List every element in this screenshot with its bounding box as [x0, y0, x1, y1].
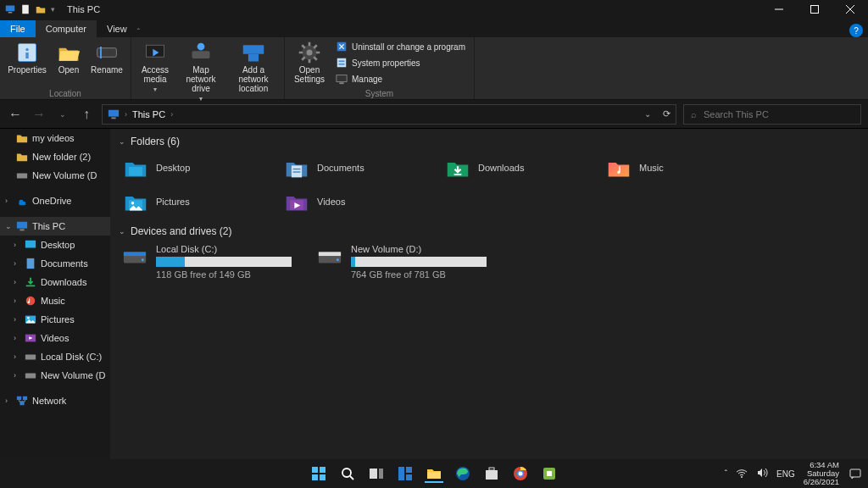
taskbar-explorer-button[interactable]	[425, 464, 443, 483]
add-network-location-button[interactable]: Add a network location	[228, 39, 279, 93]
section-header-drives[interactable]: ⌄Devices and drives (2)	[110, 219, 868, 241]
svg-point-50	[142, 258, 144, 261]
address-bar[interactable]: › This PC › ⌄ ⟳	[102, 104, 676, 125]
svg-rect-40	[129, 167, 142, 176]
quick-access-toolbar: ▾	[0, 4, 60, 14]
svg-rect-26	[17, 222, 27, 229]
tray-language[interactable]: ENG	[776, 469, 795, 479]
svg-rect-0	[6, 6, 15, 12]
svg-rect-66	[406, 467, 412, 473]
tree-item-new-folder[interactable]: New folder (2)	[0, 147, 110, 166]
taskbar-store-button[interactable]	[482, 464, 501, 483]
taskbar: ˆ ENG 6:34 AM Saturday 6/26/2021	[0, 459, 868, 488]
open-settings-button[interactable]: Open Settings	[290, 39, 329, 84]
nav-back-button[interactable]: ←	[7, 106, 24, 123]
nav-up-button[interactable]: ↑	[78, 106, 95, 123]
nav-forward-button[interactable]: →	[31, 106, 47, 123]
tree-item-videos[interactable]: ›Videos	[0, 329, 110, 347]
address-dropdown-icon[interactable]: ⌄	[644, 109, 651, 119]
drive-usage-bar	[351, 257, 487, 267]
open-button[interactable]: Open	[53, 39, 85, 75]
svg-rect-64	[379, 469, 383, 479]
pc-icon	[108, 108, 120, 120]
taskbar-chrome-button[interactable]	[511, 464, 530, 483]
tree-item-network[interactable]: ›Network	[0, 391, 110, 410]
tree-item-music[interactable]: ›Music	[0, 291, 110, 310]
window-maximize-button[interactable]	[797, 0, 832, 19]
tray-overflow-icon[interactable]: ˆ	[725, 469, 727, 479]
map-drive-button[interactable]: Map network drive▾	[177, 39, 225, 103]
svg-point-31	[26, 297, 36, 306]
drive-item-c[interactable]: Local Disk (C:) 118 GB free of 149 GB	[122, 244, 292, 280]
tree-item-downloads[interactable]: ›Downloads	[0, 273, 110, 291]
nav-history-button[interactable]: ⌄	[54, 106, 71, 123]
taskbar-taskview-button[interactable]	[367, 464, 386, 483]
svg-rect-70	[486, 470, 498, 480]
drive-free-text: 118 GB free of 149 GB	[156, 269, 292, 280]
section-header-folders[interactable]: ⌄Folders (6)	[110, 129, 868, 151]
search-icon: ⌕	[691, 109, 697, 119]
drive-icon	[317, 244, 342, 269]
tray-volume-icon[interactable]	[756, 467, 768, 480]
drive-item-d[interactable]: New Volume (D:) 764 GB free of 781 GB	[317, 244, 487, 280]
tray-wifi-icon[interactable]	[736, 467, 748, 480]
taskbar-clock[interactable]: 6:34 AM Saturday 6/26/2021	[804, 461, 839, 486]
tree-item-new-volume-top[interactable]: New Volume (D	[0, 166, 110, 185]
access-media-button[interactable]: Access media▾	[136, 39, 174, 94]
svg-rect-10	[192, 51, 210, 58]
svg-point-5	[25, 48, 29, 52]
svg-rect-38	[23, 396, 27, 400]
rename-button[interactable]: Rename	[88, 39, 125, 75]
properties-button[interactable]: Properties	[5, 39, 49, 75]
notifications-button[interactable]	[848, 466, 863, 481]
svg-rect-1	[8, 12, 13, 14]
tree-item-my-videos[interactable]: my videos	[0, 129, 110, 147]
uninstall-button[interactable]: Uninstall or change a program	[332, 39, 469, 54]
system-properties-button[interactable]: System properties	[332, 55, 469, 70]
folder-item-videos[interactable]: Videos	[280, 185, 441, 219]
titlebar: ▾ This PC	[0, 0, 868, 19]
svg-rect-63	[370, 469, 377, 479]
tree-item-local-disk[interactable]: ›Local Disk (C:)	[0, 347, 110, 366]
search-placeholder: Search This PC	[704, 109, 769, 119]
breadcrumb[interactable]: This PC	[132, 109, 165, 119]
svg-rect-59	[320, 467, 326, 473]
folder-item-downloads[interactable]: Downloads	[441, 151, 602, 185]
svg-rect-71	[489, 468, 494, 470]
svg-rect-65	[398, 467, 404, 480]
folder-item-music[interactable]: Music	[602, 151, 763, 185]
pc-icon	[5, 4, 15, 14]
tab-file[interactable]: File	[0, 20, 36, 37]
window-minimize-button[interactable]	[761, 0, 797, 19]
svg-point-76	[741, 476, 743, 478]
manage-button[interactable]: Manage	[332, 71, 469, 86]
svg-rect-43	[293, 171, 301, 172]
svg-rect-29	[27, 258, 35, 269]
folder-item-pictures[interactable]: Pictures	[119, 185, 280, 219]
tree-item-documents[interactable]: ›Documents	[0, 254, 110, 273]
folder-item-documents[interactable]: Documents	[280, 151, 441, 185]
ribbon-group-label: System	[365, 88, 393, 98]
drive-name: Local Disk (C:)	[156, 244, 292, 254]
taskbar-edge-button[interactable]	[453, 464, 472, 483]
ribbon-collapse-icon[interactable]: ˆ	[137, 28, 140, 37]
svg-rect-28	[25, 241, 36, 248]
start-button[interactable]	[309, 464, 328, 483]
svg-rect-14	[248, 54, 259, 62]
folder-item-desktop[interactable]: Desktop	[119, 151, 280, 185]
tab-view[interactable]: View	[97, 20, 137, 37]
tab-computer[interactable]: Computer	[36, 20, 97, 37]
search-box[interactable]: ⌕ Search This PC	[683, 104, 861, 125]
taskbar-app-button[interactable]	[540, 464, 559, 483]
tree-item-this-pc[interactable]: ⌄This PC	[0, 217, 110, 236]
window-close-button[interactable]	[832, 0, 868, 19]
tree-item-onedrive[interactable]: ›OneDrive	[0, 191, 110, 210]
taskbar-search-button[interactable]	[338, 464, 357, 483]
help-icon[interactable]: ?	[849, 24, 863, 37]
tree-item-desktop[interactable]: ›Desktop	[0, 236, 110, 254]
refresh-button[interactable]: ⟳	[663, 108, 670, 119]
tree-item-new-volume[interactable]: ›New Volume (D	[0, 366, 110, 385]
taskbar-widgets-button[interactable]	[396, 464, 415, 483]
svg-rect-42	[293, 169, 301, 169]
tree-item-pictures[interactable]: ›Pictures	[0, 310, 110, 329]
